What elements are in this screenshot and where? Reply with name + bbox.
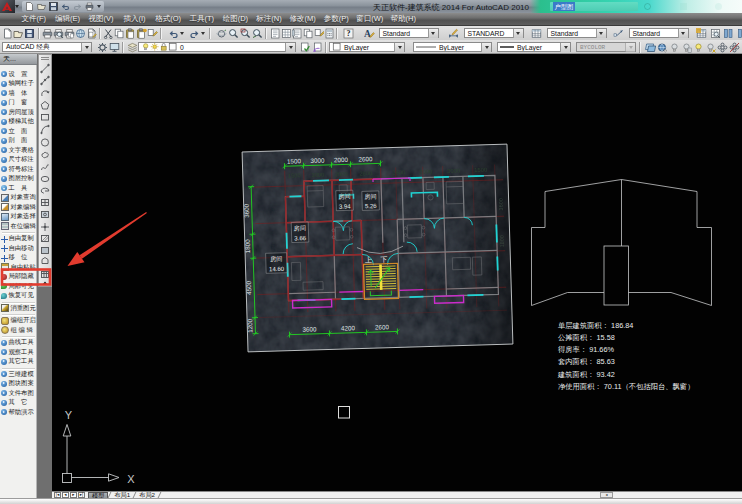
screen-menu-item-11[interactable]: 图层控制 bbox=[0, 174, 37, 184]
publish-button[interactable] bbox=[64, 27, 75, 40]
tch-layer-globe-icon[interactable] bbox=[656, 41, 668, 54]
text-style-icon[interactable] bbox=[364, 27, 376, 40]
save-button[interactable] bbox=[24, 27, 35, 40]
screen-menu-item-12[interactable]: 工 具 bbox=[0, 184, 37, 194]
screen-menu-item-24[interactable]: 恢复可见 bbox=[0, 291, 37, 301]
menu-tools[interactable]: 工具(T) bbox=[185, 13, 219, 25]
tch-layer-stack-icon[interactable] bbox=[644, 41, 656, 54]
workspace-ui-icon[interactable] bbox=[108, 41, 120, 54]
workspace-settings-icon[interactable] bbox=[96, 41, 108, 54]
menu-dimension[interactable]: 标注(N) bbox=[252, 13, 286, 25]
command-line-edge[interactable] bbox=[0, 498, 742, 504]
plot-button[interactable] bbox=[42, 27, 53, 40]
screen-menu-item-6[interactable]: 立 面 bbox=[0, 127, 37, 137]
screen-menu-item-38[interactable]: 其 它 bbox=[0, 398, 37, 408]
linetype-combo[interactable]: ByLayer bbox=[413, 42, 492, 52]
screen-menu-item-22[interactable]: 局部隐藏 bbox=[0, 272, 37, 282]
layer-lock-icon[interactable] bbox=[159, 42, 168, 52]
table-zoom-icon[interactable] bbox=[709, 27, 721, 40]
layer-previous-icon[interactable] bbox=[311, 41, 323, 54]
screen-menu-item-39[interactable]: 帮助演示 bbox=[0, 408, 37, 418]
screen-menu-item-26[interactable]: 消重图元 bbox=[0, 304, 37, 314]
tool-palettes-button[interactable] bbox=[292, 27, 302, 40]
sheet-set-manager-button[interactable] bbox=[303, 27, 313, 40]
match-properties-button[interactable] bbox=[147, 27, 158, 40]
dropdown-button[interactable] bbox=[81, 43, 91, 52]
screen-menu-item-18[interactable]: 自由复制 bbox=[0, 234, 37, 244]
screen-menu-item-13[interactable]: 对象查询 bbox=[0, 193, 37, 203]
screen-menu-item-29[interactable]: 组 编 辑 bbox=[0, 326, 37, 336]
screen-menu-item-20[interactable]: 移 位 bbox=[0, 253, 37, 263]
layer-on-icon[interactable] bbox=[680, 41, 692, 54]
bars-icon[interactable] bbox=[723, 27, 735, 40]
infocenter-search-input[interactable]: 户型图 bbox=[550, 2, 638, 11]
dim-style-icon[interactable] bbox=[448, 27, 460, 40]
screen-menu-item-5[interactable]: 楼梯其他 bbox=[0, 117, 37, 127]
screen-menu-item-8[interactable]: 文字表格 bbox=[0, 146, 37, 156]
layer-freeze-icon[interactable] bbox=[150, 42, 159, 52]
screen-menu-item-10[interactable]: 符号标注 bbox=[0, 165, 37, 175]
screen-menu-item-31[interactable]: 曲线工具 bbox=[0, 338, 37, 348]
screen-menu-item-1[interactable]: 轴网柱子 bbox=[0, 79, 37, 89]
menu-edit[interactable]: 编辑(E) bbox=[51, 13, 85, 25]
screen-menu-item-3[interactable]: 门 窗 bbox=[0, 98, 37, 108]
properties-palette-button[interactable] bbox=[270, 27, 280, 40]
screen-menu-item-32[interactable]: 观察工具 bbox=[0, 348, 37, 358]
color-combo[interactable]: ByLayer bbox=[329, 42, 405, 52]
layer-merge-icon[interactable] bbox=[716, 41, 728, 54]
3d-dwf-button[interactable] bbox=[75, 27, 86, 40]
infocenter-help-icon[interactable] bbox=[715, 3, 722, 10]
layer-off-icon[interactable] bbox=[668, 41, 680, 54]
infocenter-star-icon[interactable] bbox=[680, 3, 687, 10]
screen-menu-item-0[interactable]: 设 置 bbox=[0, 70, 37, 80]
etransmit-button[interactable] bbox=[86, 27, 97, 40]
table-tool-icon[interactable] bbox=[696, 27, 708, 40]
dropdown-button[interactable] bbox=[596, 29, 606, 38]
screen-menu-item-35[interactable]: 三维建模 bbox=[0, 370, 37, 380]
screen-menu-item-23[interactable]: 局部可见 bbox=[0, 282, 37, 292]
help-button[interactable] bbox=[343, 27, 355, 40]
mleader-style-icon[interactable] bbox=[613, 27, 625, 40]
table-style-combo[interactable]: Standard bbox=[547, 28, 607, 38]
zoom-previous-button[interactable] bbox=[252, 27, 263, 40]
screen-menu-header[interactable]: 天... bbox=[0, 54, 37, 65]
floor-plan-image[interactable]: 1500 3000 2000 2600 3600 4200 2600 3600 … bbox=[241, 144, 513, 352]
designcenter-button[interactable] bbox=[281, 27, 291, 40]
plot-preview-button[interactable] bbox=[53, 27, 64, 40]
layer-combo[interactable]: 0 bbox=[138, 42, 296, 52]
quickcalc-button[interactable] bbox=[324, 27, 334, 40]
screen-menu-item-9[interactable]: 尺寸标注 bbox=[0, 155, 37, 165]
markup-set-manager-button[interactable] bbox=[314, 27, 324, 40]
zoom-realtime-button[interactable] bbox=[228, 27, 239, 40]
undo-button[interactable] bbox=[168, 27, 179, 40]
layer-bulb-plus-icon[interactable] bbox=[704, 41, 716, 54]
layer-on-off-icon[interactable] bbox=[141, 42, 150, 52]
workspace-combo[interactable]: AutoCAD 经典 bbox=[2, 42, 92, 52]
layer-yellow-bulb-icon[interactable] bbox=[692, 41, 704, 54]
paste-special-button[interactable] bbox=[136, 27, 147, 40]
layer-delete-icon[interactable] bbox=[728, 41, 740, 54]
menu-window[interactable]: 窗口(W) bbox=[353, 13, 387, 25]
redo-button[interactable] bbox=[189, 27, 200, 40]
menu-help[interactable]: 帮助(H) bbox=[387, 13, 421, 25]
lineweight-combo[interactable]: ByLayer bbox=[497, 42, 571, 52]
menu-view[interactable]: 视图(V) bbox=[84, 13, 118, 25]
make-object-layer-current-icon[interactable] bbox=[299, 41, 311, 54]
dropdown-button[interactable] bbox=[285, 43, 295, 52]
dropdown-button[interactable] bbox=[481, 43, 491, 52]
screen-menu-item-15[interactable]: 对象选择 bbox=[0, 212, 37, 222]
screen-menu-item-4[interactable]: 房间屋顶 bbox=[0, 108, 37, 118]
screen-menu-item-28[interactable]: 编组开启 bbox=[0, 316, 37, 326]
screen-menu-item-37[interactable]: 文件布图 bbox=[0, 389, 37, 399]
screen-menu-item-14[interactable]: 对象编辑 bbox=[0, 203, 37, 213]
layer-properties-icon[interactable] bbox=[126, 41, 138, 54]
screen-menu-item-33[interactable]: 其它工具 bbox=[0, 357, 37, 367]
screen-menu-item-19[interactable]: 自由移动 bbox=[0, 244, 37, 254]
new-button[interactable] bbox=[2, 27, 13, 40]
screen-menu-item-2[interactable]: 墙 体 bbox=[0, 89, 37, 99]
table-style-icon[interactable] bbox=[531, 27, 543, 40]
zoom-window-button[interactable] bbox=[240, 27, 251, 40]
menu-format[interactable]: 格式(O) bbox=[151, 13, 185, 25]
bars-green-icon[interactable] bbox=[736, 27, 742, 40]
screen-menu-item-21[interactable]: 自由粘贴 bbox=[0, 263, 37, 273]
